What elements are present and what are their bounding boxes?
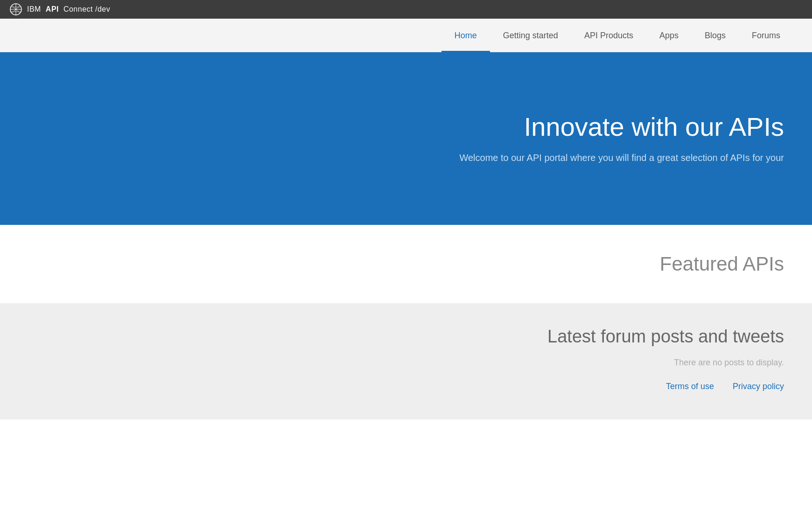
forum-section: Latest forum posts and tweets There are …	[0, 303, 812, 419]
hero-title: Innovate with our APIs	[459, 112, 784, 141]
nav-item-forums[interactable]: Forums	[739, 19, 793, 52]
topbar: IBM API Connect /dev	[0, 0, 812, 19]
footer-space	[0, 419, 812, 494]
nav-link-getting-started[interactable]: Getting started	[490, 19, 571, 52]
connect-text: Connect	[63, 5, 93, 13]
nav-item-getting-started[interactable]: Getting started	[490, 19, 571, 52]
nav-link-api-products[interactable]: API Products	[571, 19, 646, 52]
hero-subtitle: Welcome to our API portal where you will…	[459, 151, 784, 165]
terms-of-use-link[interactable]: Terms of use	[666, 382, 714, 391]
nav-list: Home Getting started API Products Apps B…	[441, 19, 793, 52]
privacy-policy-link[interactable]: Privacy policy	[733, 382, 784, 391]
nav-link-apps[interactable]: Apps	[646, 19, 692, 52]
topbar-logo: IBM API Connect /dev	[9, 3, 110, 16]
nav-link-forums[interactable]: Forums	[739, 19, 793, 52]
dev-text: /dev	[95, 5, 110, 13]
hero-section: Innovate with our APIs Welcome to our AP…	[0, 52, 812, 225]
nav-item-blogs[interactable]: Blogs	[692, 19, 739, 52]
hero-content: Innovate with our APIs Welcome to our AP…	[459, 112, 784, 165]
api-text: API	[46, 5, 59, 13]
nav-item-home[interactable]: Home	[441, 19, 490, 52]
navbar: Home Getting started API Products Apps B…	[0, 19, 812, 52]
ibm-logo-icon	[9, 3, 22, 16]
nav-link-home[interactable]: Home	[441, 19, 490, 52]
forum-links: Terms of use Privacy policy	[666, 382, 784, 391]
forum-empty-message: There are no posts to display.	[674, 358, 784, 368]
nav-link-blogs[interactable]: Blogs	[692, 19, 739, 52]
featured-apis-title: Featured APIs	[660, 253, 784, 275]
forum-title: Latest forum posts and tweets	[547, 327, 784, 347]
topbar-title: IBM API Connect /dev	[27, 5, 110, 14]
nav-item-api-products[interactable]: API Products	[571, 19, 646, 52]
nav-item-apps[interactable]: Apps	[646, 19, 692, 52]
featured-apis-section: Featured APIs	[0, 225, 812, 303]
ibm-text: IBM	[27, 5, 41, 13]
